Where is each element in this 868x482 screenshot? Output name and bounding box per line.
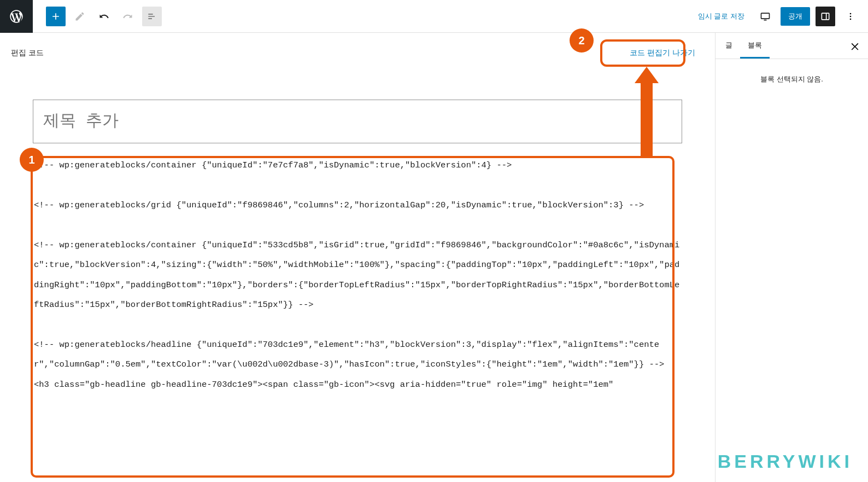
tab-block[interactable]: 블록 (740, 33, 770, 59)
vertical-dots-icon (845, 11, 856, 22)
watermark: BERRYWIKI (718, 451, 853, 472)
preview-button[interactable] (755, 7, 775, 26)
title-wrapper (33, 100, 682, 143)
redo-icon (122, 11, 133, 22)
close-icon (849, 40, 860, 51)
svg-point-2 (850, 13, 852, 14)
svg-point-3 (850, 15, 852, 17)
svg-rect-1 (822, 13, 829, 20)
wordpress-logo[interactable] (0, 0, 33, 33)
code-editor-label: 편집 코드 (11, 48, 44, 58)
sidebar-tabs: 글 블록 (715, 33, 868, 59)
undo-button[interactable] (94, 7, 114, 26)
toolbar-left-group (33, 7, 162, 26)
publish-button[interactable]: 공개 (781, 7, 810, 26)
tab-post[interactable]: 글 (718, 33, 740, 59)
panel-icon (820, 11, 831, 22)
redo-button[interactable] (118, 7, 138, 26)
annotation-badge-2: 2 (570, 28, 594, 53)
list-icon (146, 11, 157, 22)
document-overview-button[interactable] (142, 7, 162, 26)
no-block-selected-text: 블록 선택되지 않음. (760, 75, 823, 83)
edit-button[interactable] (70, 7, 90, 26)
svg-rect-0 (761, 13, 770, 19)
save-draft-button[interactable]: 임시 글로 저장 (693, 7, 750, 26)
sidebar-toggle-button[interactable] (816, 7, 835, 26)
toolbar-right-group: 임시 글로 저장 공개 (693, 7, 864, 26)
annotation-box-2 (600, 39, 685, 67)
sidebar-body: 블록 선택되지 않음. (715, 59, 868, 482)
svg-point-4 (850, 18, 852, 20)
annotation-badge-1: 1 (20, 148, 44, 172)
plus-icon (50, 11, 61, 22)
add-block-button[interactable] (46, 7, 66, 26)
pencil-icon (74, 11, 85, 22)
top-toolbar: 임시 글로 저장 공개 (0, 0, 868, 33)
wordpress-icon (9, 9, 24, 24)
sidebar-close-button[interactable] (844, 35, 866, 57)
annotation-box-1 (31, 156, 675, 478)
inspector-sidebar: 글 블록 블록 선택되지 않음. (715, 33, 868, 482)
desktop-icon (760, 11, 771, 22)
more-options-button[interactable] (841, 7, 860, 26)
post-title-input[interactable] (33, 100, 682, 143)
undo-icon (98, 11, 109, 22)
